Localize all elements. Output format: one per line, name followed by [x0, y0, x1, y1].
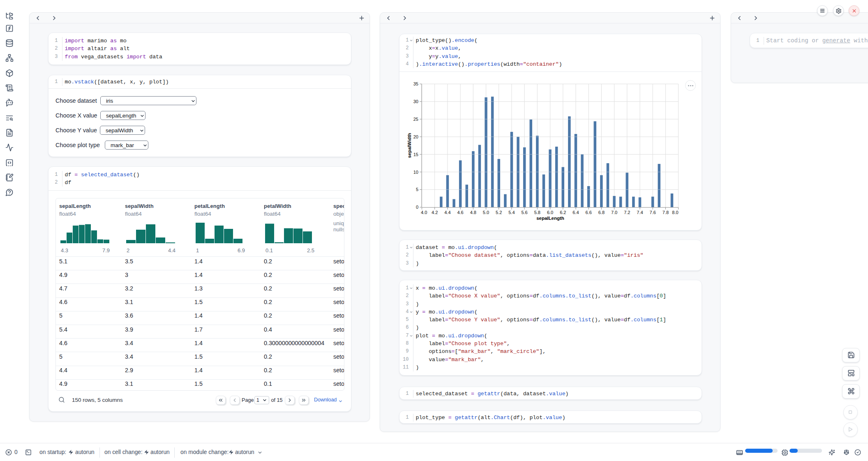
svg-text:sepalLength: sepalLength	[536, 216, 564, 221]
svg-text:4.8: 4.8	[470, 210, 476, 215]
svg-text:10: 10	[413, 170, 418, 175]
svg-text:6.8: 6.8	[598, 210, 605, 215]
svg-text:0: 0	[416, 205, 418, 210]
svg-text:15: 15	[413, 152, 418, 157]
svg-text:4.6: 4.6	[457, 210, 463, 215]
svg-text:5.0: 5.0	[483, 210, 489, 215]
svg-text:6.2: 6.2	[560, 210, 566, 215]
svg-text:20: 20	[413, 134, 418, 139]
svg-text:25: 25	[413, 117, 418, 122]
svg-text:4.2: 4.2	[432, 210, 438, 215]
svg-text:6.0: 6.0	[547, 210, 553, 215]
svg-text:5.2: 5.2	[496, 210, 502, 215]
svg-text:7.0: 7.0	[611, 210, 617, 215]
svg-text:6.4: 6.4	[573, 210, 579, 215]
svg-text:7.8: 7.8	[663, 210, 669, 215]
svg-text:6.6: 6.6	[586, 210, 592, 215]
svg-text:7.4: 7.4	[637, 210, 643, 215]
svg-text:7.2: 7.2	[624, 210, 630, 215]
svg-text:5: 5	[416, 187, 418, 192]
svg-text:4.0: 4.0	[421, 210, 427, 215]
svg-text:8.0: 8.0	[672, 210, 678, 215]
svg-text:30: 30	[413, 99, 418, 104]
svg-text:5.4: 5.4	[508, 210, 515, 215]
svg-text:35: 35	[413, 81, 418, 86]
svg-text:4.4: 4.4	[444, 210, 450, 215]
svg-text:7.6: 7.6	[650, 210, 656, 215]
svg-text:sepalWidth: sepalWidth	[407, 133, 412, 158]
svg-text:5.8: 5.8	[534, 210, 540, 215]
svg-text:5.6: 5.6	[521, 210, 527, 215]
